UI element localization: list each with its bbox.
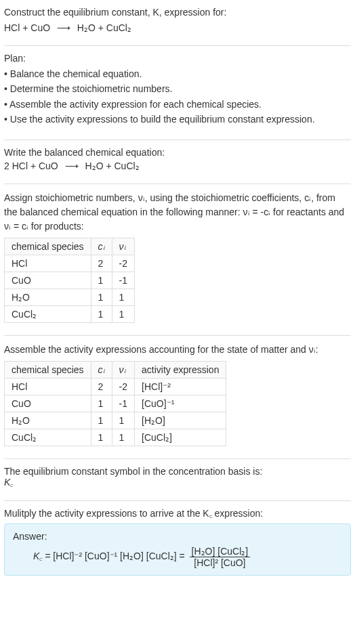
reaction-arrow-icon: ⟶ — [65, 160, 79, 171]
cell-c: 1 — [91, 288, 112, 305]
stoich-table: chemical species cᵢ νᵢ HCl 2 -2 CuO 1 -1… — [4, 238, 135, 323]
col-v: νᵢ — [112, 238, 134, 255]
cell-v: 1 — [112, 412, 134, 429]
cell-species: HCl — [5, 378, 91, 395]
divider — [4, 500, 351, 501]
stoich-section: Assign stoichiometric numbers, νᵢ, using… — [4, 191, 351, 323]
col-species: chemical species — [5, 361, 91, 378]
stoich-intro: Assign stoichiometric numbers, νᵢ, using… — [4, 191, 351, 234]
multiply-section: Mulitply the activity expressions to arr… — [4, 508, 351, 576]
cell-species: CuCl₂ — [5, 305, 91, 322]
divider — [4, 139, 351, 140]
plan-item: • Balance the chemical equation. — [4, 66, 351, 81]
cell-v: 1 — [112, 429, 134, 446]
cell-v: -2 — [112, 378, 134, 395]
cell-v: -1 — [112, 272, 134, 288]
col-species: chemical species — [5, 238, 91, 255]
basis-line: The equilibrium constant symbol in the c… — [4, 466, 351, 477]
prompt-section: Construct the equilibrium constant, K, e… — [4, 5, 351, 33]
balanced-equation: 2 HCl + CuO ⟶ H₂O + CuCl₂ — [4, 160, 351, 171]
table-row: CuCl₂ 1 1 — [5, 305, 135, 322]
plan-item: • Determine the stoichiometric numbers. — [4, 81, 351, 96]
table-row: H₂O 1 1 — [5, 288, 135, 305]
table-row: CuO 1 -1 [CuO]⁻¹ — [5, 395, 226, 412]
cell-v: -2 — [112, 255, 134, 272]
table-row: CuO 1 -1 — [5, 272, 135, 288]
divider — [4, 458, 351, 459]
answer-label: Answer: — [13, 531, 342, 542]
table-row: CuCl₂ 1 1 [CuCl₂] — [5, 429, 226, 446]
answer-fraction: [H₂O] [CuCl₂] [HCl]² [CuO] — [190, 546, 251, 568]
cell-species: H₂O — [5, 412, 91, 429]
table-row: HCl 2 -2 [HCl]⁻² — [5, 378, 226, 395]
prompt-rhs: H₂O + CuCl₂ — [77, 22, 131, 33]
activity-table: chemical species cᵢ νᵢ activity expressi… — [4, 361, 226, 446]
table-row: HCl 2 -2 — [5, 255, 135, 272]
plan-item: • Assemble the activity expression for e… — [4, 97, 351, 112]
cell-v: 1 — [112, 288, 134, 305]
prompt-line1: Construct the equilibrium constant, K, e… — [4, 5, 351, 20]
multiply-line: Mulitply the activity expressions to arr… — [4, 508, 351, 519]
plan-heading: Plan: — [4, 53, 351, 64]
cell-c: 1 — [91, 272, 112, 288]
answer-box: Answer: K꜀ = [HCl]⁻² [CuO]⁻¹ [H₂O] [CuCl… — [4, 523, 351, 576]
balanced-rhs: H₂O + CuCl₂ — [85, 160, 140, 171]
fraction-denominator: [HCl]² [CuO] — [190, 557, 251, 568]
basis-symbol: K꜀ — [4, 477, 351, 488]
col-c: cᵢ — [91, 361, 112, 378]
cell-species: CuO — [5, 395, 91, 412]
divider — [4, 45, 351, 46]
cell-v: 1 — [112, 305, 134, 322]
col-v: νᵢ — [112, 361, 134, 378]
cell-expr: [CuCl₂] — [135, 429, 226, 446]
cell-species: HCl — [5, 255, 91, 272]
divider — [4, 184, 351, 184]
cell-species: H₂O — [5, 288, 91, 305]
cell-species: CuCl₂ — [5, 429, 91, 446]
cell-v: -1 — [112, 395, 134, 412]
cell-c: 1 — [91, 429, 112, 446]
reaction-arrow-icon: ⟶ — [57, 22, 70, 33]
fraction-numerator: [H₂O] [CuCl₂] — [190, 546, 251, 557]
cell-c: 1 — [91, 395, 112, 412]
cell-c: 1 — [91, 305, 112, 322]
balanced-lhs: 2 HCl + CuO — [4, 160, 58, 171]
answer-product: [HCl]⁻² [CuO]⁻¹ [H₂O] [CuCl₂] = — [53, 551, 184, 561]
answer-expression: K꜀ = [HCl]⁻² [CuO]⁻¹ [H₂O] [CuCl₂] = [H₂… — [13, 546, 342, 568]
table-row: H₂O 1 1 [H₂O] — [5, 412, 226, 429]
plan-list: • Balance the chemical equation. • Deter… — [4, 66, 351, 127]
prompt-lhs: HCl + CuO — [4, 22, 50, 33]
answer-lhs: K꜀ = — [33, 551, 50, 561]
balanced-heading: Write the balanced chemical equation: — [4, 147, 351, 158]
divider — [4, 335, 351, 336]
plan-section: Plan: • Balance the chemical equation. •… — [4, 53, 351, 127]
cell-expr: [HCl]⁻² — [135, 378, 226, 395]
activity-section: Assemble the activity expressions accoun… — [4, 343, 351, 446]
activity-intro: Assemble the activity expressions accoun… — [4, 343, 351, 357]
cell-expr: [H₂O] — [135, 412, 226, 429]
prompt-equation: HCl + CuO ⟶ H₂O + CuCl₂ — [4, 22, 351, 33]
balanced-section: Write the balanced chemical equation: 2 … — [4, 147, 351, 171]
table-header-row: chemical species cᵢ νᵢ activity expressi… — [5, 361, 226, 378]
cell-c: 1 — [91, 412, 112, 429]
plan-item: • Use the activity expressions to build … — [4, 112, 351, 127]
col-expr: activity expression — [135, 361, 226, 378]
table-header-row: chemical species cᵢ νᵢ — [5, 238, 135, 255]
cell-expr: [CuO]⁻¹ — [135, 395, 226, 412]
cell-c: 2 — [91, 378, 112, 395]
cell-species: CuO — [5, 272, 91, 288]
col-c: cᵢ — [91, 238, 112, 255]
cell-c: 2 — [91, 255, 112, 272]
basis-section: The equilibrium constant symbol in the c… — [4, 466, 351, 488]
